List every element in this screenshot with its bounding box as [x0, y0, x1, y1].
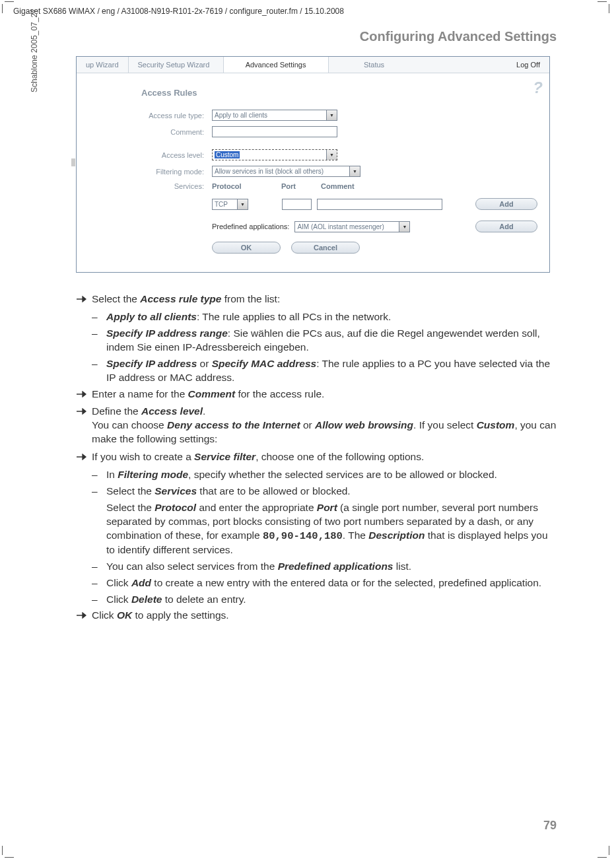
- port-input[interactable]: [282, 199, 312, 210]
- predefined-apps-select[interactable]: AIM (AOL instant messenger) ▼: [294, 221, 410, 232]
- logoff-link[interactable]: Log Off: [507, 57, 549, 73]
- tab-setup-wizard[interactable]: up Wizard: [77, 57, 129, 73]
- comment-input[interactable]: [212, 126, 337, 137]
- col-port: Port: [281, 182, 321, 190]
- header-path: Gigaset SX686 WiMAX / eng / A31008-N919-…: [13, 7, 583, 16]
- services-label: Services:: [88, 182, 212, 190]
- arrow-icon: [76, 454, 92, 464]
- page-number: 79: [543, 819, 557, 833]
- filtering-mode-select[interactable]: Allow services in list (block all others…: [212, 166, 360, 177]
- add-service-button[interactable]: Add: [475, 198, 537, 210]
- col-comment: Comment: [321, 182, 355, 190]
- access-level-value: Custom: [215, 151, 240, 158]
- chevron-down-icon: ▼: [237, 199, 248, 209]
- arrow-icon: [76, 612, 92, 623]
- tab-bar: up Wizard Security Setup Wizard Advanced…: [77, 57, 549, 73]
- tab-security-wizard[interactable]: Security Setup Wizard: [129, 57, 224, 73]
- protocol-select[interactable]: TCP ▼: [212, 199, 248, 210]
- predefined-apps-label: Predefined applications:: [212, 223, 289, 230]
- cancel-button[interactable]: Cancel: [291, 242, 360, 254]
- add-predefined-button[interactable]: Add: [475, 221, 537, 232]
- access-level-select[interactable]: Custom ▼: [212, 149, 337, 160]
- filtering-mode-value: Allow services in list (block all others…: [215, 168, 324, 175]
- panel-title: Access Rules: [141, 88, 537, 98]
- scroll-marker: [71, 158, 75, 166]
- comment-label: Comment:: [88, 128, 212, 136]
- predefined-apps-value: AIM (AOL instant messenger): [297, 223, 384, 230]
- document-content: Select the Access rule type from the lis…: [76, 292, 583, 623]
- arrow-icon: [76, 408, 92, 446]
- arrow-icon: [76, 391, 92, 401]
- access-level-label: Access level:: [88, 151, 212, 159]
- tab-advanced-settings[interactable]: Advanced Settings: [224, 57, 329, 73]
- template-version-label: Schablone 2005_07_27: [30, 9, 39, 92]
- service-comment-input[interactable]: [317, 199, 442, 210]
- arrow-icon: [76, 296, 92, 306]
- col-protocol: Protocol: [212, 182, 281, 190]
- protocol-value: TCP: [215, 201, 228, 208]
- help-icon[interactable]: ?: [533, 79, 543, 97]
- access-rule-type-label: Access rule type:: [88, 112, 212, 120]
- access-rule-type-select[interactable]: Apply to all clients ▼: [212, 110, 337, 121]
- tab-status[interactable]: Status: [329, 57, 420, 73]
- chevron-down-icon: ▼: [349, 166, 360, 176]
- router-ui-screenshot: up Wizard Security Setup Wizard Advanced…: [76, 56, 550, 273]
- section-title: Configuring Advanced Settings: [76, 29, 583, 44]
- access-rule-type-value: Apply to all clients: [215, 112, 267, 119]
- chevron-down-icon: ▼: [326, 150, 337, 160]
- filtering-mode-label: Filtering mode:: [88, 168, 212, 176]
- chevron-down-icon: ▼: [326, 110, 337, 120]
- chevron-down-icon: ▼: [399, 222, 409, 232]
- ok-button[interactable]: OK: [212, 242, 281, 254]
